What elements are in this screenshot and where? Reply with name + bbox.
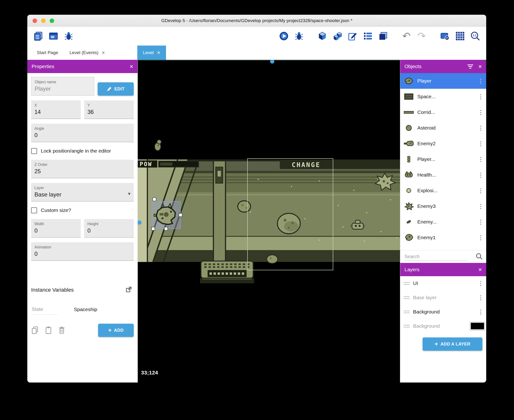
- scene-view[interactable]: POW CHANGE: [138, 60, 400, 382]
- resize-handle-right[interactable]: [179, 213, 182, 217]
- object-row-health[interactable]: Health... ⋮: [400, 167, 486, 183]
- resize-handle-bottom[interactable]: [164, 227, 168, 230]
- grid-button[interactable]: [453, 30, 467, 43]
- object-menu-icon[interactable]: ⋮: [477, 203, 485, 210]
- animation-field[interactable]: Animation 0: [31, 242, 134, 261]
- drag-handle-icon[interactable]: [404, 296, 410, 299]
- project-manager-button[interactable]: [31, 30, 45, 43]
- layer-menu-icon[interactable]: ⋮: [477, 308, 485, 315]
- delete-button[interactable]: [58, 326, 66, 335]
- close-icon[interactable]: ×: [478, 266, 482, 273]
- tab-level-events[interactable]: Level (Events) ×: [64, 45, 111, 60]
- copy-button[interactable]: [31, 326, 40, 335]
- close-icon[interactable]: ×: [130, 63, 133, 69]
- paste-button[interactable]: [44, 326, 53, 335]
- scene-properties-button[interactable]: [346, 30, 359, 43]
- objects-panel-button[interactable]: [316, 30, 329, 43]
- angle-field[interactable]: Angle 0: [31, 124, 134, 142]
- cubes-icon: [333, 31, 342, 41]
- layer-row-background[interactable]: Background ⋮: [400, 305, 486, 319]
- object-menu-icon[interactable]: ⋮: [477, 250, 485, 250]
- close-tab-icon[interactable]: ×: [157, 50, 160, 56]
- zoom-original-button[interactable]: 1:1: [469, 30, 482, 43]
- object-menu-icon[interactable]: ⋮: [477, 78, 485, 84]
- filter-icon[interactable]: [468, 65, 473, 68]
- object-groups-button[interactable]: [331, 30, 344, 43]
- y-field[interactable]: Y 36: [84, 100, 134, 119]
- preview-window-button[interactable]: [47, 30, 60, 43]
- layer-menu-icon[interactable]: ⋮: [477, 294, 485, 301]
- object-menu-icon[interactable]: ⋮: [477, 187, 485, 194]
- preview-play-button[interactable]: [277, 30, 291, 43]
- tab-spaceship[interactable]: Spaceship: [74, 307, 97, 315]
- background-color-swatch[interactable]: [470, 322, 485, 330]
- selected-player-instance[interactable]: [152, 197, 182, 230]
- lock-position-checkbox[interactable]: [31, 148, 37, 154]
- object-menu-icon[interactable]: ⋮: [477, 234, 485, 241]
- object-row-enemy2[interactable]: Enemy2 ⋮: [400, 136, 486, 151]
- drag-handle-icon[interactable]: [404, 325, 410, 327]
- drag-handle-icon[interactable]: [404, 311, 410, 313]
- object-menu-icon[interactable]: ⋮: [477, 218, 485, 225]
- top-drag-handle[interactable]: [270, 60, 274, 64]
- object-row-playerbullet[interactable]: Player... ⋮: [400, 151, 486, 167]
- zoom-window-button[interactable]: [50, 19, 54, 23]
- open-in-new-icon[interactable]: [126, 286, 132, 293]
- instances-list-button[interactable]: [361, 30, 375, 43]
- object-row-en[interactable]: Enemy... ⋮: [400, 214, 486, 230]
- object-row-explosion[interactable]: Explosi... ⋮: [400, 183, 486, 198]
- close-icon[interactable]: ×: [478, 63, 482, 69]
- object-menu-icon[interactable]: ⋮: [477, 109, 485, 116]
- asteroid-small-2[interactable]: [267, 255, 278, 263]
- layer-menu-icon[interactable]: ⋮: [477, 280, 485, 287]
- custom-size-checkbox[interactable]: [31, 207, 37, 213]
- scene-canvas[interactable]: POW CHANGE: [138, 60, 400, 382]
- height-field[interactable]: Height 0: [84, 219, 134, 238]
- object-menu-icon[interactable]: ⋮: [477, 172, 485, 179]
- pages-icon: [33, 31, 43, 41]
- z-order-field[interactable]: Z Order 25: [31, 160, 134, 178]
- add-variable-button[interactable]: + ADD: [98, 324, 134, 337]
- object-row-player[interactable]: Player ⋮: [400, 73, 486, 89]
- object-menu-icon[interactable]: ⋮: [477, 140, 485, 147]
- object-row-partial[interactable]: ⋮: [400, 245, 486, 250]
- object-row-enemy3[interactable]: Enemy3 ⋮: [400, 198, 486, 214]
- debug-preview-button[interactable]: [292, 30, 306, 43]
- asteroid-large[interactable]: [277, 213, 300, 234]
- close-window-button[interactable]: [32, 19, 37, 23]
- screenshot-icon: [440, 31, 450, 41]
- add-layer-button[interactable]: + ADD A LAYER: [422, 338, 483, 351]
- object-menu-icon[interactable]: ⋮: [477, 125, 485, 131]
- undo-button[interactable]: ↶: [400, 30, 413, 43]
- trash-icon: [58, 326, 66, 334]
- panel-title: Objects: [405, 64, 421, 69]
- object-row-enemy1[interactable]: Enemy1 ⋮: [400, 230, 486, 245]
- object-menu-icon[interactable]: ⋮: [477, 156, 485, 163]
- layer-row-background-color[interactable]: Background: [400, 319, 486, 333]
- rotate-handle[interactable]: [153, 197, 156, 201]
- x-field[interactable]: X 14: [31, 100, 81, 119]
- capture-button[interactable]: [438, 30, 452, 43]
- object-menu-icon[interactable]: ⋮: [477, 93, 485, 100]
- layer-row-ui[interactable]: UI ⋮: [400, 276, 486, 290]
- layer-row-base[interactable]: Base layer ⋮: [400, 290, 486, 305]
- redo-button[interactable]: ↷: [415, 30, 428, 43]
- tab-start-page[interactable]: Start Page: [31, 45, 64, 60]
- close-tab-icon[interactable]: ×: [102, 50, 105, 56]
- object-row-corridor[interactable]: Corrid... ⋮: [400, 105, 486, 120]
- resize-handle-bottom-left[interactable]: [152, 227, 155, 230]
- width-field[interactable]: Width 0: [31, 219, 81, 238]
- debugger-button[interactable]: [62, 30, 75, 43]
- object-row-space[interactable]: Space... ⋮: [400, 89, 486, 105]
- tab-level[interactable]: Level ×: [137, 45, 166, 60]
- layer-select[interactable]: Layer Base layer ▾: [31, 183, 134, 202]
- object-row-asteroid[interactable]: Asteroid ⋮: [400, 120, 486, 136]
- search-input[interactable]: [404, 253, 469, 261]
- minimize-window-button[interactable]: [41, 19, 46, 23]
- drag-handle-icon[interactable]: [404, 282, 410, 285]
- layers-panel-button[interactable]: [376, 30, 390, 43]
- enemy-top-small[interactable]: [155, 140, 161, 151]
- asteroid-small-1[interactable]: [238, 201, 251, 212]
- edit-object-button[interactable]: EDIT: [98, 82, 134, 96]
- tab-state[interactable]: State: [31, 306, 57, 315]
